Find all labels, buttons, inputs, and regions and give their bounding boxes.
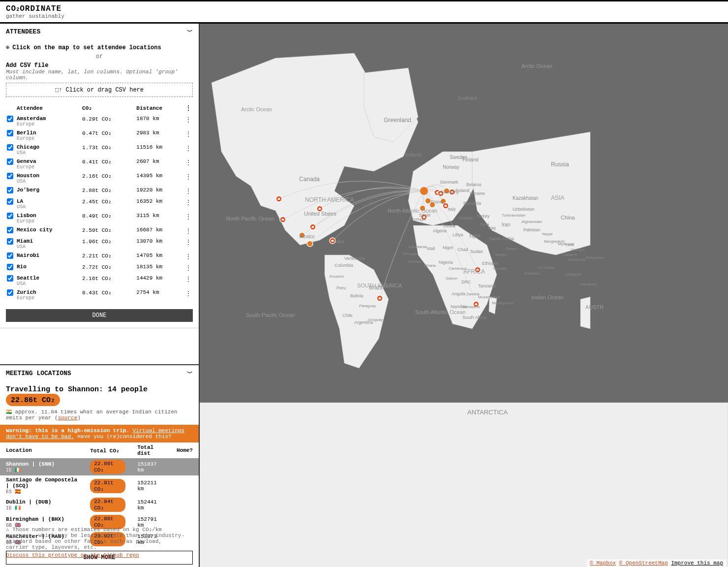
done-button[interactable]: DONE — [6, 309, 193, 322]
map-label: Thailand — [562, 252, 577, 257]
map-label: Romania — [463, 201, 481, 206]
map-label: Saudi Arabia — [489, 236, 514, 241]
row-menu-icon[interactable]: ⋮ — [185, 188, 192, 195]
location-name: Birmingham | (BHX) — [6, 516, 78, 522]
row-menu-icon[interactable]: ⋮ — [185, 239, 192, 247]
attendee-checkbox[interactable] — [7, 289, 13, 296]
map-label: Indian Ocean — [531, 294, 563, 300]
map-svg: Arctic OceanArctic OceanGreenlandSvalbar… — [200, 24, 728, 567]
attendee-checkbox[interactable] — [7, 158, 13, 165]
map-label: Sri Lanka — [538, 265, 555, 270]
map-label: Svalbard — [457, 95, 477, 101]
row-menu-icon[interactable]: ⋮ — [185, 290, 192, 298]
map-label: Vietnam — [571, 248, 585, 252]
dropzone-text: Click or drag CSV here — [66, 87, 144, 94]
attendee-co2: 2.72t CO₂ — [81, 262, 135, 274]
sidebar: ATTENDEES ﹀ ⊕ Click on the map to set at… — [0, 24, 200, 567]
map-label: Sudan — [470, 249, 483, 254]
map-label: Greece — [458, 216, 473, 220]
map-marker[interactable] — [280, 217, 286, 222]
source-link[interactable]: source — [58, 415, 78, 421]
row-menu-icon[interactable]: ⋮ — [185, 159, 192, 167]
attendees-panel-header[interactable]: ATTENDEES ﹀ — [0, 24, 199, 40]
csv-dropzone[interactable]: ⬚↑ Click or drag CSV here — [6, 83, 193, 97]
attendee-checkbox[interactable] — [7, 187, 13, 193]
row-menu-icon[interactable]: ⋮ — [185, 227, 192, 235]
location-name: Dublin | (DUB) — [6, 499, 78, 505]
attendee-dist: 1870 km — [135, 114, 184, 128]
row-menu-icon[interactable]: ⋮ — [185, 173, 192, 181]
table-row: ZurichEurope0.43t CO₂2754 km⋮ — [6, 288, 193, 302]
attendee-name: Jo'berg — [17, 187, 80, 193]
map-marker[interactable] — [310, 224, 316, 230]
map-label: Paraguay — [359, 304, 376, 308]
mapbox-link[interactable]: © Mapbox — [590, 560, 616, 566]
attendee-checkbox[interactable] — [7, 173, 13, 179]
attendees-panel: ATTENDEES ﹀ ⊕ Click on the map to set at… — [0, 24, 199, 328]
attendee-checkbox[interactable] — [7, 130, 13, 136]
map-label: France — [431, 199, 445, 204]
map-marker[interactable] — [377, 295, 383, 301]
map-label: Egypt — [469, 233, 481, 238]
table-row: Jo'berg2.88t CO₂19220 km⋮ — [6, 186, 193, 197]
svg-point-8 — [307, 241, 313, 247]
row-menu-icon[interactable]: ⋮ — [185, 145, 192, 153]
attendee-checkbox[interactable] — [7, 213, 13, 219]
map-marker[interactable] — [425, 198, 431, 204]
row-menu-icon[interactable]: ⋮ — [185, 213, 192, 221]
meeting-summary-text: Travelling to Shannon: 14 people 22.86t … — [6, 385, 148, 405]
github-link[interactable]: Discuss this prototype on the Github rep… — [6, 552, 186, 558]
row-menu-icon[interactable]: ⋮ — [185, 264, 192, 272]
row-menu-icon[interactable]: ⋮ — [185, 130, 192, 138]
attendee-dist: 16687 km — [135, 225, 184, 237]
osm-link[interactable]: © OpenStreetMap — [619, 560, 668, 566]
map-label: SOUTH AMERICA — [357, 283, 402, 288]
map-label: Canada — [299, 176, 320, 183]
map-label: Nigeria — [439, 260, 453, 265]
attendee-checkbox[interactable] — [7, 144, 13, 151]
header-menu-icon[interactable]: ⋮ — [185, 104, 192, 112]
attendee-checkbox[interactable] — [7, 198, 13, 205]
map-label: Peru — [336, 285, 346, 290]
footnote-text: Those numbers are estimates based on kg … — [6, 527, 184, 550]
attendee-checkbox[interactable] — [7, 252, 13, 259]
attendee-name: Seattle — [17, 275, 80, 281]
attendee-dist: 19220 km — [135, 186, 184, 197]
attendee-checkbox[interactable] — [7, 116, 13, 122]
map-label: Somalia — [493, 266, 507, 271]
improve-map-link[interactable]: Improve this map — [671, 560, 723, 566]
map[interactable]: Arctic OceanArctic OceanGreenlandSvalbar… — [200, 24, 728, 567]
table-row[interactable]: Dublin | (DUB)IE 🇮🇪22.94t CO₂152441 km — [0, 496, 199, 513]
attendee-name: Mexico city — [17, 227, 80, 233]
location-dist: 151837 km — [131, 458, 171, 475]
brand-post: ORDINATE — [20, 4, 61, 13]
map-label: Norway — [443, 164, 459, 170]
map-label: Cambodia — [568, 257, 586, 262]
attendee-region: Europe — [17, 136, 80, 141]
attendee-checkbox[interactable] — [7, 264, 13, 270]
map-label: Mozambique — [478, 295, 501, 299]
map-label: AFRICA — [463, 268, 485, 275]
table-row: MiamiUSA1.96t CO₂13070 km⋮ — [6, 237, 193, 251]
map-label: Algeria — [433, 228, 447, 233]
summary-co2-pill: 22.86t CO₂ — [6, 394, 60, 406]
map-marker[interactable] — [276, 196, 282, 202]
meeting-panel-header[interactable]: MEETING LOCATIONS ﹀ — [0, 365, 199, 381]
warning-bar: Warning: this is a high-emission trip. V… — [0, 425, 199, 442]
table-row: Mexico city2.50t CO₂16687 km⋮ — [6, 225, 193, 237]
map-marker[interactable] — [307, 241, 313, 247]
tagline: gather sustainably — [6, 13, 722, 19]
map-label: Kazakhstan — [513, 195, 538, 201]
attendee-name: Zurich — [17, 289, 80, 295]
map-label: NORTH AMERICA — [305, 196, 354, 203]
row-menu-icon[interactable]: ⋮ — [185, 116, 192, 124]
table-row[interactable]: Shannon | (SNN)IE 🇮🇪22.86t CO₂151837 km — [0, 458, 199, 475]
attendee-checkbox[interactable] — [7, 275, 13, 282]
row-menu-icon[interactable]: ⋮ — [185, 199, 192, 207]
attendee-checkbox[interactable] — [7, 227, 13, 233]
table-row[interactable]: Santiago de Compostela | (SCQ)ES 🇪🇸22.91… — [0, 475, 199, 496]
row-menu-icon[interactable]: ⋮ — [185, 253, 192, 261]
attendee-checkbox[interactable] — [7, 238, 13, 245]
row-menu-icon[interactable]: ⋮ — [185, 276, 192, 284]
attendee-co2: 0.41t CO₂ — [81, 157, 135, 171]
